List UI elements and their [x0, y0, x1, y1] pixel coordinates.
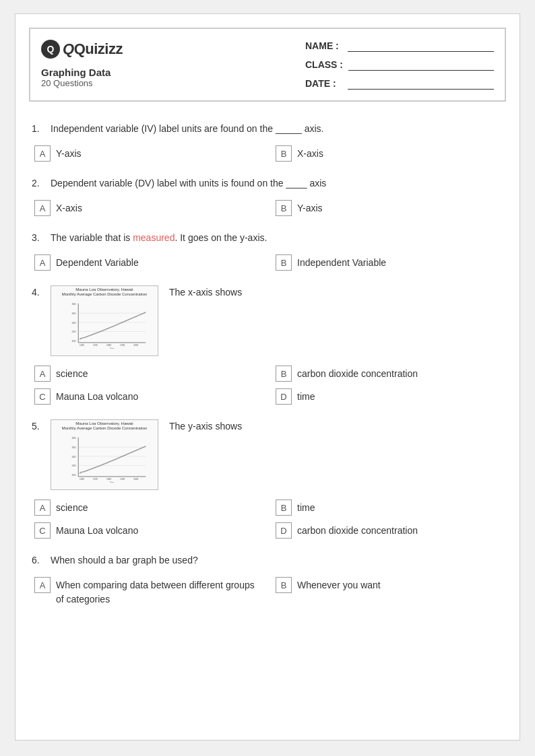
answer-4d-text: time — [297, 388, 315, 404]
answer-5b-text: time — [297, 500, 315, 515]
logo-icon-q: Q — [47, 44, 55, 55]
question-3-row: 3. The variable that is measured. It goe… — [32, 231, 503, 245]
answer-4c: C Mauna Loa volcano — [34, 388, 262, 405]
answer-1b: B X-axis — [276, 145, 503, 162]
question-5-image: Mauna Loa Observatory, HawaiiMonthly Ave… — [51, 419, 158, 490]
logo-wordmark: Quizizz — [74, 40, 123, 57]
answer-2b-text: Y-axis — [297, 200, 323, 215]
svg-text:1980: 1980 — [106, 344, 111, 347]
question-6-number: 6. — [32, 553, 51, 565]
question-3-highlight: measured — [133, 232, 175, 243]
question-3-text: The variable that is measured. It goes o… — [51, 231, 503, 245]
name-line — [348, 40, 494, 52]
question-5: 5. Mauna Loa Observatory, HawaiiMonthly … — [32, 419, 503, 539]
question-1-text: Independent variable (IV) label units ar… — [51, 122, 503, 136]
questions-area: 1. Independent variable (IV) label units… — [15, 115, 520, 635]
answer-3b: B Independent Variable — [276, 254, 503, 271]
svg-text:1980: 1980 — [106, 478, 111, 481]
question-4-graph: 380 360 340 320 300 1960 1970 1980 1990 — [61, 301, 154, 349]
answer-1a-text: Y-axis — [56, 145, 82, 161]
header-left: Q QQuizizz Graphing Data 20 Questions — [41, 40, 123, 88]
answer-4b-text: carbon dioxide concentration — [297, 366, 418, 381]
question-4-row: 4. Mauna Loa Observatory, HawaiiMonthly … — [32, 285, 503, 356]
svg-text:Year: Year — [110, 481, 114, 483]
answer-4b: B carbon dioxide concentration — [276, 366, 503, 382]
logo: Q QQuizizz — [41, 40, 123, 59]
svg-text:Year: Year — [110, 347, 114, 349]
question-6-row: 6. When should a bar graph be used? — [32, 553, 503, 568]
svg-text:1970: 1970 — [93, 344, 98, 347]
svg-text:1960: 1960 — [80, 344, 84, 347]
answer-3a: A Dependent Variable — [34, 254, 262, 271]
question-5-text: The y-axis shows — [169, 419, 503, 434]
answer-4c-letter: C — [34, 388, 51, 405]
question-4-graph-svg: 380 360 340 320 300 1960 1970 1980 1990 — [61, 301, 154, 349]
class-label: CLASS : — [305, 59, 343, 70]
answer-5c: C Mauna Loa volcano — [34, 522, 262, 539]
question-1-row: 1. Independent variable (IV) label units… — [32, 122, 503, 136]
answer-4a-text: science — [56, 366, 88, 381]
answer-5d: D carbon dioxide concentration — [276, 522, 503, 539]
answer-1b-text: X-axis — [297, 145, 323, 161]
svg-text:320: 320 — [72, 465, 76, 467]
svg-text:2000: 2000 — [133, 478, 138, 481]
question-5-graph: 380 360 340 320 300 1960 1970 1980 1990 … — [61, 435, 154, 483]
name-label: NAME : — [305, 40, 342, 51]
class-line — [348, 59, 494, 71]
question-4: 4. Mauna Loa Observatory, HawaiiMonthly … — [32, 285, 503, 405]
question-5-graph-svg: 380 360 340 320 300 1960 1970 1980 1990 … — [61, 435, 154, 483]
svg-text:300: 300 — [72, 474, 76, 477]
answer-6b-letter: B — [276, 577, 292, 593]
question-2-answers: A X-axis B Y-axis — [34, 200, 503, 216]
answer-5c-text: Mauna Loa volcano — [56, 522, 138, 538]
answer-4b-letter: B — [276, 366, 292, 382]
svg-text:1990: 1990 — [120, 344, 125, 347]
question-1-number: 1. — [32, 122, 51, 134]
class-field-row: CLASS : — [305, 59, 494, 71]
answer-5d-letter: D — [276, 522, 292, 539]
question-3-number: 3. — [32, 231, 51, 243]
answer-1b-letter: B — [276, 145, 292, 162]
header-right: NAME : CLASS : DATE : — [305, 40, 494, 90]
answer-3a-text: Dependent Variable — [56, 254, 139, 270]
question-2: 2. Dependent variable (DV) label with un… — [32, 176, 503, 216]
quiz-title: Graphing Data — [41, 67, 123, 78]
svg-text:320: 320 — [72, 331, 76, 333]
answer-6a-text: When comparing data between different gr… — [56, 577, 262, 607]
answer-5a-letter: A — [34, 500, 51, 516]
question-5-answers: A science B time C Mauna Loa volcano D c… — [34, 500, 503, 539]
question-4-answers: A science B carbon dioxide concentration… — [34, 366, 503, 405]
answer-3a-letter: A — [34, 254, 51, 271]
answer-5a: A science — [34, 500, 262, 516]
date-line — [348, 77, 494, 90]
answer-4a: A science — [34, 366, 262, 382]
answer-5d-text: carbon dioxide concentration — [297, 522, 418, 538]
quiz-questions: 20 Questions — [41, 78, 123, 88]
logo-icon: Q — [41, 40, 60, 59]
answer-1a-letter: A — [34, 145, 51, 162]
answer-5a-text: science — [56, 500, 88, 515]
answer-5c-letter: C — [34, 522, 51, 539]
answer-6b: B Whenever you want — [276, 577, 503, 607]
svg-text:300: 300 — [72, 340, 76, 343]
answer-2b-letter: B — [276, 200, 292, 216]
question-2-row: 2. Dependent variable (DV) label with un… — [32, 176, 503, 191]
question-4-number: 4. — [32, 285, 51, 298]
date-label: DATE : — [305, 78, 342, 89]
svg-text:340: 340 — [72, 456, 76, 458]
answer-2a: A X-axis — [34, 200, 262, 216]
answer-2b: B Y-axis — [276, 200, 503, 216]
worksheet-page: Q QQuizizz Graphing Data 20 Questions NA… — [15, 13, 520, 741]
question-2-text: Dependent variable (DV) label with units… — [51, 176, 503, 191]
svg-text:380: 380 — [72, 437, 76, 440]
date-field-row: DATE : — [305, 77, 494, 90]
question-3-text-before: The variable that is — [51, 232, 133, 243]
svg-text:360: 360 — [72, 312, 76, 315]
question-3-answers: A Dependent Variable B Independent Varia… — [34, 254, 503, 271]
svg-text:380: 380 — [72, 303, 76, 306]
question-2-number: 2. — [32, 176, 51, 188]
question-6: 6. When should a bar graph be used? A Wh… — [32, 553, 503, 607]
question-1-answers: A Y-axis B X-axis — [34, 145, 503, 162]
question-5-number: 5. — [32, 419, 51, 432]
question-6-answers: A When comparing data between different … — [34, 577, 503, 607]
